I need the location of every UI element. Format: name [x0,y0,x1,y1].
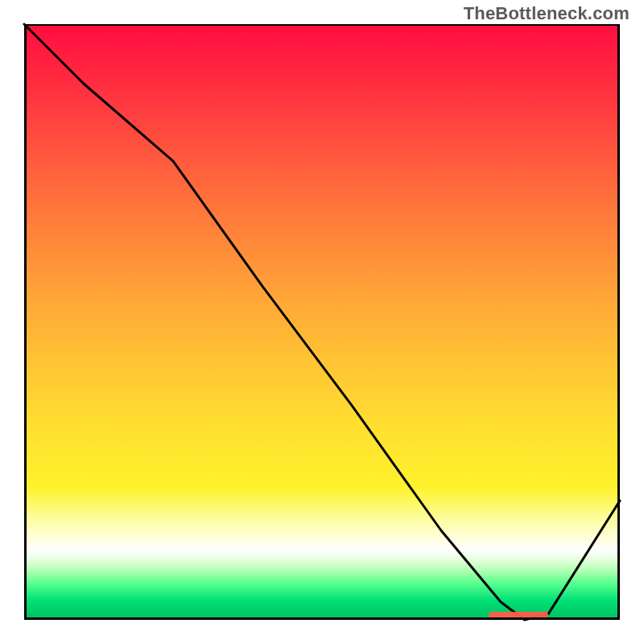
axis-bottom [24,617,620,620]
watermark-text: TheBottleneck.com [464,3,630,24]
bottleneck-curve [24,24,620,620]
axis-right [617,24,620,620]
axis-left [24,24,27,620]
chart-frame [24,24,620,620]
axis-top [24,24,620,26]
